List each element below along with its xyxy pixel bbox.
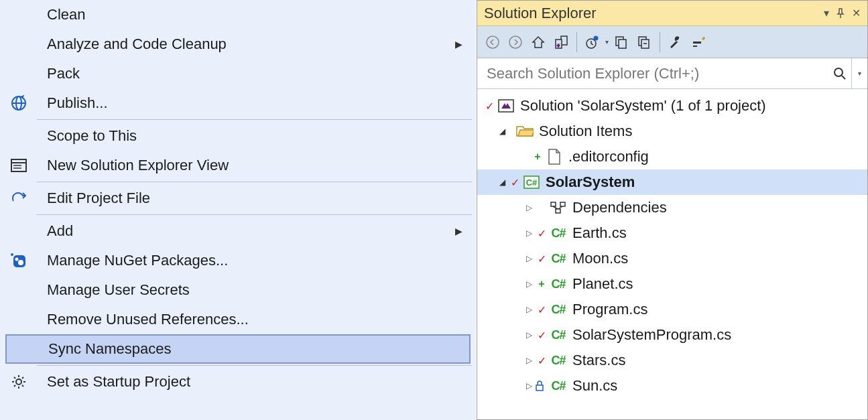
tree-file-node[interactable]: ▷✓C#Earth.cs [477, 220, 867, 246]
svg-point-21 [509, 36, 521, 48]
search-bar: ▾ [477, 58, 867, 89]
properties-button[interactable] [666, 32, 686, 52]
svg-rect-43 [536, 385, 543, 391]
status-check-icon: ✓ [535, 354, 548, 367]
redo-icon [8, 188, 29, 209]
pin-icon[interactable] [836, 8, 845, 19]
svg-line-16 [14, 377, 15, 378]
sync-button[interactable] [611, 32, 631, 52]
expand-arrow-icon[interactable]: ▷ [523, 203, 535, 212]
search-dropdown[interactable]: ▾ [851, 58, 867, 88]
status-plus-icon: + [531, 151, 544, 163]
tree-file-node[interactable]: ▷C#Sun.cs [477, 373, 867, 399]
preview-button[interactable] [688, 32, 708, 52]
svg-rect-31 [693, 42, 701, 44]
csharp-file-icon: C# [548, 225, 568, 241]
menu-item-secrets[interactable]: Manage User Secrets [0, 275, 476, 305]
menu-separator [37, 182, 472, 182]
csharp-file-icon: C# [548, 301, 568, 318]
menu-item-analyze[interactable]: Analyze and Code Cleanup ▶ [0, 29, 476, 59]
forward-button[interactable] [505, 32, 525, 52]
tree-folder-node[interactable]: ◢ Solution Items [477, 119, 867, 144]
csharp-project-icon: C# [521, 174, 542, 190]
status-check-icon: ✓ [508, 176, 521, 189]
file-icon [544, 149, 564, 165]
menu-item-edit-project[interactable]: Edit Project File [0, 184, 476, 213]
expand-arrow-icon[interactable]: ▷ [523, 330, 535, 340]
tree-project-node[interactable]: ◢ ✓ C# SolarSystem [477, 169, 867, 195]
tree-file-node[interactable]: ▷✓C#SolarSystemProgram.cs [477, 322, 867, 348]
tree-file-node[interactable]: ▷✓C#Stars.cs [477, 348, 867, 373]
status-check-icon: ✓ [535, 253, 548, 265]
tree-file-node[interactable]: ▷✓C#Program.cs [477, 297, 867, 322]
tree-file-node[interactable]: ▷✓C#Moon.cs [477, 246, 867, 271]
status-check-icon: ✓ [535, 227, 548, 240]
menu-separator [37, 214, 472, 215]
expand-arrow-icon[interactable]: ▷ [523, 381, 535, 391]
back-button[interactable] [483, 32, 503, 52]
menu-item-sync-namespaces[interactable]: Sync Namespaces [5, 334, 471, 364]
svg-line-17 [22, 385, 23, 387]
menu-item-add[interactable]: Add ▶ [0, 216, 476, 246]
csharp-file-icon: C# [548, 378, 568, 394]
pending-changes-filter-button[interactable] [582, 32, 603, 52]
svg-point-9 [18, 260, 23, 265]
explorer-icon [8, 155, 29, 176]
expand-arrow-icon[interactable]: ▷ [523, 279, 535, 289]
solution-tree: ✓ Solution 'SolarSystem' (1 of 1 project… [477, 89, 867, 419]
menu-item-nuget[interactable]: Manage NuGet Packages... [0, 246, 476, 275]
svg-point-25 [594, 36, 599, 40]
svg-point-33 [834, 68, 843, 76]
search-icon[interactable] [828, 67, 851, 80]
expand-arrow-icon[interactable]: ▷ [523, 254, 535, 263]
window-dropdown-icon[interactable]: ▾ [824, 7, 829, 19]
expand-arrow-icon[interactable]: ◢ [496, 127, 508, 136]
svg-rect-40 [556, 209, 560, 213]
tree-solution-node[interactable]: ✓ Solution 'SolarSystem' (1 of 1 project… [477, 93, 867, 119]
panel-title-bar[interactable]: Solution Explorer ▾ ✕ [477, 1, 867, 26]
expand-arrow-icon[interactable]: ▷ [523, 228, 535, 238]
expand-arrow-icon[interactable]: ▷ [523, 305, 535, 314]
menu-item-startup[interactable]: Set as Startup Project [0, 367, 476, 397]
menu-item-new-explorer[interactable]: New Solution Explorer View [0, 151, 476, 180]
menu-item-pack[interactable]: Pack [0, 59, 476, 88]
csharp-file-icon: C# [548, 352, 568, 368]
dependencies-icon [548, 200, 568, 216]
switch-views-button[interactable] [551, 32, 571, 52]
expand-arrow-icon[interactable]: ◢ [496, 178, 508, 187]
status-check-icon: ✓ [535, 329, 548, 342]
toolbar: ▾ [477, 26, 867, 58]
context-menu: Clean Analyze and Code Cleanup ▶ Pack Pu… [0, 0, 477, 420]
collapse-all-button[interactable] [634, 32, 654, 52]
tree-file-node[interactable]: + .editorconfig [477, 144, 867, 169]
svg-rect-39 [560, 202, 565, 206]
nuget-icon [8, 250, 29, 271]
svg-rect-27 [619, 40, 626, 48]
chevron-right-icon: ▶ [455, 39, 462, 50]
svg-line-19 [22, 377, 23, 378]
menu-item-clean[interactable]: Clean [0, 0, 476, 29]
menu-item-remove-refs[interactable]: Remove Unused References... [0, 305, 476, 334]
close-icon[interactable]: ✕ [852, 7, 861, 19]
search-input[interactable] [477, 65, 828, 82]
home-button[interactable] [528, 32, 548, 52]
folder-icon [515, 123, 535, 139]
tree-dependencies-node[interactable]: ▷ Dependencies [477, 195, 867, 220]
solution-icon [496, 98, 516, 114]
status-lock-icon [535, 380, 548, 391]
svg-line-18 [14, 385, 15, 387]
menu-item-scope[interactable]: Scope to This [0, 121, 476, 151]
csharp-file-icon: C# [548, 276, 568, 292]
menu-separator [37, 119, 472, 120]
status-plus-icon: + [535, 278, 548, 290]
expand-arrow-icon[interactable]: ▷ [523, 356, 535, 365]
svg-text:C#: C# [526, 178, 538, 188]
menu-item-publish[interactable]: Publish... [0, 88, 476, 118]
status-check-icon: ✓ [535, 303, 548, 316]
svg-rect-38 [551, 202, 556, 206]
csharp-file-icon: C# [548, 327, 568, 343]
status-check-icon: ✓ [483, 100, 496, 113]
menu-separator [37, 365, 472, 366]
chevron-right-icon: ▶ [455, 226, 462, 236]
tree-file-node[interactable]: ▷+C#Planet.cs [477, 271, 867, 297]
